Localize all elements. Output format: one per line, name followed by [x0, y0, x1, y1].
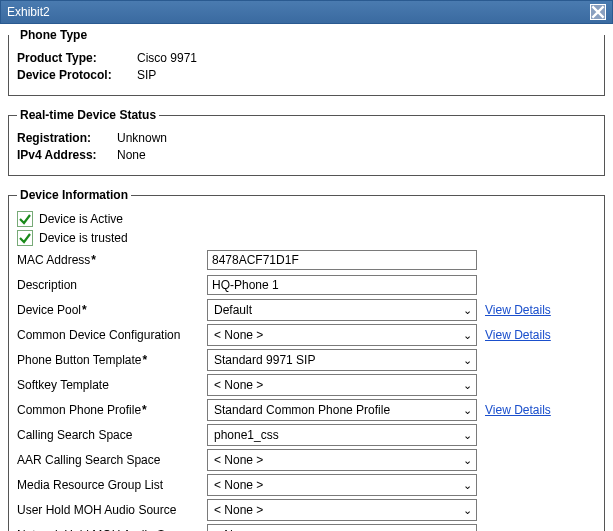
close-icon[interactable]	[590, 4, 606, 20]
mrgl-label: Media Resource Group List	[17, 478, 207, 492]
mrgl-select[interactable]: < None > ⌄	[207, 474, 477, 496]
chevron-down-icon: ⌄	[463, 380, 472, 391]
chevron-down-icon: ⌄	[463, 330, 472, 341]
cdc-value: < None >	[214, 328, 263, 342]
cpp-label: Common Phone Profile	[17, 403, 207, 417]
device-trusted-text: Device is trusted	[39, 231, 128, 245]
registration-label: Registration:	[17, 131, 117, 145]
css-value: phone1_css	[214, 428, 279, 442]
device-active-text: Device is Active	[39, 212, 123, 226]
cpp-value: Standard Common Phone Profile	[214, 403, 390, 417]
chevron-down-icon: ⌄	[463, 430, 472, 441]
device-pool-value: Default	[214, 303, 252, 317]
pbt-value: Standard 9971 SIP	[214, 353, 315, 367]
description-input[interactable]	[207, 275, 477, 295]
mac-address-input[interactable]	[207, 250, 477, 270]
userhold-label: User Hold MOH Audio Source	[17, 503, 207, 517]
css-select[interactable]: phone1_css ⌄	[207, 424, 477, 446]
realtime-legend: Real-time Device Status	[20, 108, 156, 122]
chevron-down-icon: ⌄	[463, 455, 472, 466]
css-label: Calling Search Space	[17, 428, 207, 442]
window-title: Exhibit2	[7, 5, 50, 19]
realtime-status-group: Real-time Device Status Registration: Un…	[8, 108, 605, 176]
chevron-down-icon: ⌄	[463, 355, 472, 366]
chevron-down-icon: ⌄	[463, 305, 472, 316]
product-type-value: Cisco 9971	[137, 51, 197, 65]
device-info-legend: Device Information	[20, 188, 128, 202]
device-info-group: Device Information Device is Active Devi…	[8, 188, 605, 531]
skt-label: Softkey Template	[17, 378, 207, 392]
nethold-select[interactable]: < None > ⌄	[207, 524, 477, 531]
cdc-label: Common Device Configuration	[17, 328, 207, 342]
pbt-label: Phone Button Template	[17, 353, 207, 367]
device-protocol-value: SIP	[137, 68, 156, 82]
aarcss-select[interactable]: < None > ⌄	[207, 449, 477, 471]
chevron-down-icon: ⌄	[463, 480, 472, 491]
skt-select[interactable]: < None > ⌄	[207, 374, 477, 396]
chevron-down-icon: ⌄	[463, 505, 472, 516]
checkmark-icon	[17, 211, 33, 227]
description-label: Description	[17, 278, 207, 292]
userhold-select[interactable]: < None > ⌄	[207, 499, 477, 521]
mrgl-value: < None >	[214, 478, 263, 492]
aarcss-label: AAR Calling Search Space	[17, 453, 207, 467]
mac-address-label: MAC Address	[17, 253, 207, 267]
aarcss-value: < None >	[214, 453, 263, 467]
window-titlebar: Exhibit2	[0, 0, 613, 24]
cpp-select[interactable]: Standard Common Phone Profile ⌄	[207, 399, 477, 421]
device-protocol-label: Device Protocol:	[17, 68, 137, 82]
view-details-link[interactable]: View Details	[485, 303, 551, 317]
ipv4-value: None	[117, 148, 146, 162]
checkmark-icon	[17, 230, 33, 246]
chevron-down-icon: ⌄	[463, 405, 472, 416]
userhold-value: < None >	[214, 503, 263, 517]
device-pool-label: Device Pool	[17, 303, 207, 317]
pbt-select[interactable]: Standard 9971 SIP ⌄	[207, 349, 477, 371]
device-pool-select[interactable]: Default ⌄	[207, 299, 477, 321]
view-details-link[interactable]: View Details	[485, 403, 551, 417]
phone-type-group: Phone Type Product Type: Cisco 9971 Devi…	[8, 28, 605, 96]
ipv4-label: IPv4 Address:	[17, 148, 117, 162]
product-type-label: Product Type:	[17, 51, 137, 65]
cdc-select[interactable]: < None > ⌄	[207, 324, 477, 346]
skt-value: < None >	[214, 378, 263, 392]
view-details-link[interactable]: View Details	[485, 328, 551, 342]
phone-type-legend: Phone Type	[20, 28, 87, 42]
registration-value: Unknown	[117, 131, 167, 145]
